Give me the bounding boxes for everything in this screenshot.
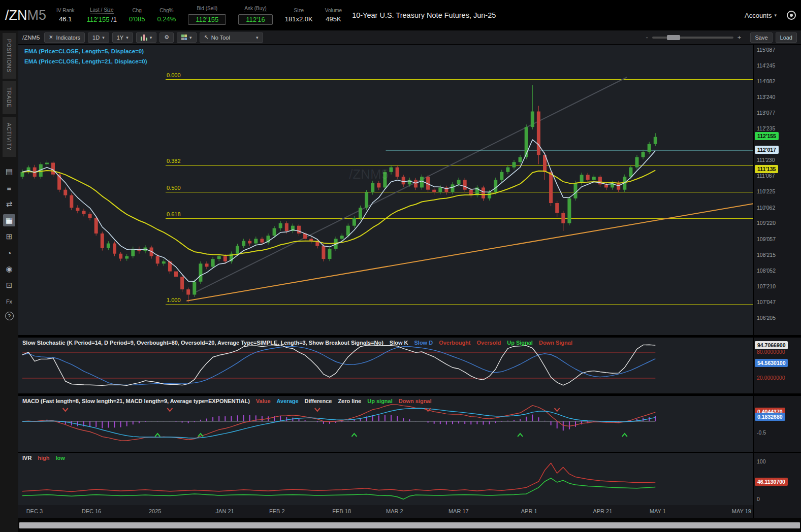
drawing-tool-dropdown[interactable]: ↖No Tool▾ [200,32,263,43]
sidebar-tab-activity[interactable]: ACTIVITY [3,117,16,157]
stochastic-axis[interactable]: 80.000000020.000000094.706690054.5630100 [753,338,801,393]
charts-icon[interactable]: ▦ [3,214,15,226]
study-legends: EMA (Price=CLOSE, Length=5, Displace=0)E… [24,48,147,64]
save-button[interactable]: Save [750,32,772,43]
macd-legend: MACD (Fast length=8, Slow length=21, MAC… [22,398,432,404]
time-axis-label: APR 1 [521,508,537,514]
instrument-title: 10-Year U.S. Treasury Note Futures, Jun-… [352,11,496,19]
header-corner-icon[interactable] [787,11,796,20]
up-signal-arrow [351,434,357,437]
accounts-menu[interactable]: Accounts▾ [745,12,777,19]
study-title[interactable]: IVR [22,455,31,461]
indicators-label: Indicators [56,35,80,41]
quote-field-value: 0.24% [157,15,176,23]
axis-label: 100 [757,458,766,464]
indicators-burst-icon: ☀ [49,34,54,41]
axis-label: 109'057 [757,236,776,242]
study-title[interactable]: MACD (Fast length=8, Slow length=21, MAC… [22,398,250,404]
horizontal-scrollbar[interactable] [19,522,800,528]
svg-text:0.500: 0.500 [167,185,181,191]
community-icon[interactable]: ◉ [3,263,15,275]
apps-grid-icon[interactable]: ⊞ [3,230,15,243]
symbol-expiry: M5 [27,8,47,23]
ivr-chart[interactable]: IVRhighlow [18,453,753,505]
time-axis-row: DEC 3DEC 162025JAN 21FEB 2FEB 18MAR 2MAR… [18,505,801,518]
macd-chart[interactable]: MACD (Fast length=8, Slow length=21, MAC… [18,396,753,452]
axis-badge: 94.7066900 [755,341,788,349]
price-panel: 0.0000.3820.5000.6181.000 EMA (Price=CLO… [18,45,801,335]
ivr-canvas[interactable] [18,453,753,505]
chart-settings-button[interactable]: ⚙ [159,32,174,43]
quote-field-value[interactable]: 112'16 [238,14,273,25]
stochastic-chart[interactable]: Slow Stochastic (K Period=14, D Period=9… [18,338,753,393]
legend-item: low [56,455,65,461]
axis-label: 109'220 [757,220,776,226]
time-axis[interactable]: DEC 3DEC 162025JAN 21FEB 2FEB 18MAR 2MAR… [18,505,753,518]
quote-field: IV Rank46.1 [56,8,75,23]
bottom-bar [18,518,801,532]
ivr-axis[interactable]: 100046.1130700 [753,453,801,505]
time-axis-label: FEB 2 [269,508,285,514]
down-signal-arrow [167,408,172,411]
load-button[interactable]: Load [776,32,797,43]
trade-tools-icon[interactable]: ⇄ [3,198,15,210]
study-legend[interactable]: EMA (Price=CLOSE, Length=21, Displace=0) [24,58,147,64]
grid-layout-dropdown[interactable]: ▾ [177,32,197,43]
macd-panel: MACD (Fast length=8, Slow length=21, MAC… [18,396,801,452]
axis-label: 115'087 [757,47,775,53]
study-legend[interactable]: EMA (Price=CLOSE, Length=5, Displace=0) [24,48,147,54]
time-axis-label: MAR 2 [386,508,403,514]
help-icon[interactable]: ? [5,312,14,320]
chevron-down-icon: ▾ [774,13,777,18]
chart-type-dropdown[interactable]: ▾ [136,32,157,43]
quote-field[interactable]: Bid (Sell)112'155 [188,6,226,25]
quote-field[interactable]: Ask (Buy)112'16 [238,6,273,25]
macd-canvas[interactable] [18,396,753,452]
main-chart[interactable]: 0.0000.3820.5000.6181.000 EMA (Price=CLO… [18,45,753,335]
legend-item: Overbought [439,340,470,346]
monitor-icon[interactable]: ▤ [3,165,15,178]
quote-field-value[interactable]: 112'155 [188,14,226,25]
zoom-slider-thumb[interactable] [667,35,680,40]
symbol-root: /ZN [5,8,27,23]
widget-box-icon[interactable]: ⊡ [3,279,15,291]
left-sidebar: POSITIONSTRADEACTIVITY ▤≡⇄▦⊞◔◉⊡Fx? [0,30,18,532]
chevron-down-icon: ▾ [189,35,192,40]
zoom-out-button[interactable]: - [646,34,648,41]
main-chart-canvas[interactable]: 0.0000.3820.5000.6181.000 [18,45,753,335]
history-clock-icon[interactable]: ◔ [3,247,15,259]
quote-field-label: Size [294,8,304,13]
sidebar-icons: ▤≡⇄▦⊞◔◉⊡Fx? [0,165,18,320]
legend-item: Slow K [390,340,408,346]
ledger-icon[interactable]: ≡ [3,182,15,194]
quote-field: Size181x2.0K [285,8,313,23]
macd-axis[interactable]: -0.50.40443700.1832680 [753,396,801,452]
axis-label: 107'047 [757,299,776,305]
zoom-slider[interactable] [652,37,733,39]
axis-label: 106'205 [757,315,776,321]
sidebar-tab-trade[interactable]: TRADE [3,81,16,114]
axis-label: 20.0000000 [757,375,785,381]
axis-badge: 54.5630100 [755,359,788,367]
symbol-title: /ZNM5 [5,8,46,23]
sidebar-tabs: POSITIONSTRADEACTIVITY [0,30,18,159]
svg-text:0.000: 0.000 [167,72,181,78]
aggregation-dropdown[interactable]: 1D▾ [88,32,109,43]
sidebar-tab-positions[interactable]: POSITIONS [3,33,16,79]
indicators-button[interactable]: ☀Indicators [44,32,85,43]
stochastic-canvas[interactable] [18,338,753,393]
legend-item: Up signal [367,398,393,404]
zoom-in-button[interactable]: + [738,34,742,41]
legend-item: Zero line [338,398,361,404]
fx-icon[interactable]: Fx [3,295,15,308]
stochastic-legend: Slow Stochastic (K Period=14, D Period=9… [22,340,572,346]
chart-gadget: /ZNM5 ☀Indicators 1D▾ 1Y▾ ▾ ⚙ ▾ ↖No Tool… [18,30,801,532]
svg-text:0.382: 0.382 [167,158,181,164]
range-dropdown[interactable]: 1Y▾ [112,32,133,43]
legend-item: Value [256,398,271,404]
price-axis[interactable]: 115'087114'245114'082113'240113'077112'2… [753,45,801,335]
time-axis-label: FEB 18 [332,508,351,514]
legend-item: high [38,455,49,461]
study-title[interactable]: Slow Stochastic (K Period=14, D Period=9… [22,340,383,346]
quote-field-label: Ask (Buy) [244,6,266,12]
